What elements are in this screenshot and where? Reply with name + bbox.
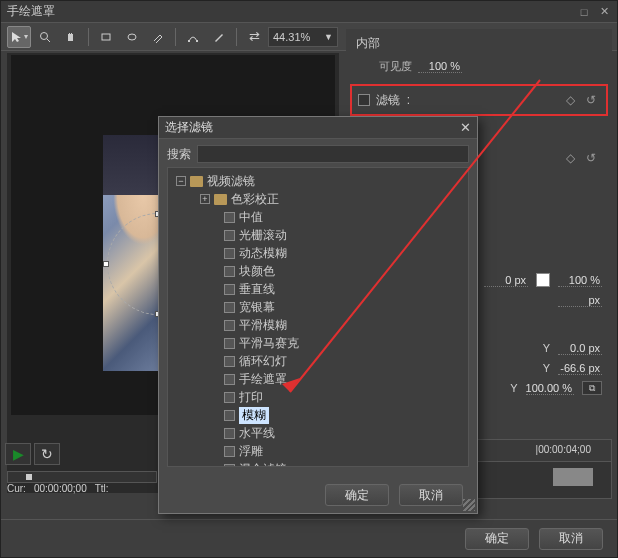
arrows-icon[interactable]: ⇄ [242, 26, 266, 48]
reset-icon[interactable]: ↺ [586, 93, 600, 107]
filter-icon [224, 374, 235, 385]
ok-button[interactable]: 确定 [465, 528, 529, 550]
svg-point-0 [41, 32, 48, 39]
cancel-button[interactable]: 取消 [399, 484, 463, 506]
tree-label: 视频滤镜 [207, 173, 255, 190]
pen-tool[interactable] [146, 26, 170, 48]
tree-item[interactable]: 混合滤镜 [168, 460, 468, 467]
dialog-search-row: 搜索 [159, 139, 477, 169]
cancel-button[interactable]: 取消 [539, 528, 603, 550]
expand-icon[interactable]: + [200, 194, 210, 204]
svg-rect-2 [102, 34, 110, 40]
tree-item-label: 垂直线 [239, 281, 275, 298]
tree-item-label: 混合滤镜 [239, 461, 287, 468]
ellipse-tool[interactable] [120, 26, 144, 48]
keyframe-icon[interactable]: ◇ [566, 93, 580, 107]
cur-value: 00:00:00;00 [34, 483, 87, 494]
folder-icon [190, 176, 203, 187]
tree-item-label: 浮雕 [239, 443, 263, 460]
timeline-mark: |00:00:04;00 [536, 444, 591, 455]
ok-button[interactable]: 确定 [325, 484, 389, 506]
filter-checkbox[interactable] [358, 94, 370, 106]
filter-icon [224, 284, 235, 295]
window-title: 手绘遮罩 [7, 3, 55, 20]
tree-item[interactable]: 循环幻灯 [168, 352, 468, 370]
tree-item[interactable]: 模糊 [168, 406, 468, 424]
y-label: Y [510, 382, 517, 394]
reset-icon[interactable]: ↺ [586, 151, 600, 165]
close-icon[interactable]: ✕ [597, 5, 611, 19]
loop-button[interactable]: ↻ [34, 443, 60, 465]
y1-value[interactable]: -66.6 px [558, 362, 602, 375]
tree-item[interactable]: 动态模糊 [168, 244, 468, 262]
tree-item[interactable]: 平滑马赛克 [168, 334, 468, 352]
search-input[interactable] [197, 145, 469, 163]
px0-value[interactable]: 0 px [484, 274, 528, 287]
tree-item[interactable]: 平滑模糊 [168, 316, 468, 334]
rect-tool[interactable] [94, 26, 118, 48]
tree-item-label: 手绘遮罩 [239, 371, 287, 388]
filter-icon [224, 428, 235, 439]
tree-item[interactable]: 光栅滚动 [168, 226, 468, 244]
filter-icon [224, 338, 235, 349]
pointer-tool[interactable]: ▾ [7, 26, 31, 48]
visibility-value[interactable]: 100 % [418, 60, 462, 73]
tree-item[interactable]: 垂直线 [168, 280, 468, 298]
filter-tree[interactable]: − 视频滤镜 + 色彩校正 中值光栅滚动动态模糊块颜色垂直线宽银幕平滑模糊平滑马… [167, 167, 469, 467]
collapse-icon[interactable]: − [176, 176, 186, 186]
pct-value[interactable]: 100 % [558, 274, 602, 287]
lock-icon[interactable]: ⧉ [582, 381, 602, 395]
tree-label: 色彩校正 [231, 191, 279, 208]
zoom-combo[interactable]: 44.31% ▼ [268, 27, 338, 47]
tree-item[interactable]: 浮雕 [168, 442, 468, 460]
path-edit-tool[interactable] [181, 26, 205, 48]
pencil-tool[interactable] [207, 26, 231, 48]
play-button[interactable]: ▶ [5, 443, 31, 465]
dialog-footer: 确定 取消 [159, 477, 477, 513]
tree-root[interactable]: − 视频滤镜 [168, 172, 468, 190]
filter-icon [224, 446, 235, 457]
timeline-clip[interactable] [553, 468, 593, 486]
timecode: Cur: 00:00:00;00 Ttl: [7, 483, 109, 494]
color-swatch[interactable] [536, 273, 550, 287]
filter-icon [224, 248, 235, 259]
scrubber[interactable] [7, 471, 157, 483]
magnifier-tool[interactable] [33, 26, 57, 48]
filter-icon [224, 356, 235, 367]
tree-item-label: 平滑马赛克 [239, 335, 299, 352]
tree-item[interactable]: 水平线 [168, 424, 468, 442]
tree-item[interactable]: 块颜色 [168, 262, 468, 280]
tree-item[interactable]: 宽银幕 [168, 298, 468, 316]
y0-value[interactable]: 0.0 px [558, 342, 602, 355]
filter-label: 滤镜 : [376, 92, 560, 109]
hand-tool[interactable] [59, 26, 83, 48]
svg-rect-4 [188, 40, 190, 42]
cur-label: Cur: [7, 483, 26, 494]
tree-item[interactable]: 打印 [168, 388, 468, 406]
divider [88, 28, 89, 46]
y-label: Y [543, 362, 550, 374]
close-icon[interactable]: ✕ [460, 120, 471, 135]
resize-grip[interactable] [463, 499, 475, 511]
select-filter-dialog: 选择滤镜 ✕ 搜索 − 视频滤镜 + 色彩校正 中值光栅滚动动态模糊块颜色垂直线… [158, 116, 478, 514]
chevron-down-icon: ▼ [324, 32, 333, 42]
tree-item-label: 中值 [239, 209, 263, 226]
filter-icon [224, 302, 235, 313]
footer: 确定 取消 [1, 519, 617, 557]
filter-icon [224, 266, 235, 277]
divider [175, 28, 176, 46]
playback-controls: ▶ ↻ [5, 439, 155, 469]
titlebar: 手绘遮罩 □ ✕ [1, 1, 617, 23]
filter-icon [224, 320, 235, 331]
tree-item-label: 水平线 [239, 425, 275, 442]
section-title: 内部 [356, 35, 602, 52]
tree-group[interactable]: + 色彩校正 [168, 190, 468, 208]
tree-item[interactable]: 手绘遮罩 [168, 370, 468, 388]
tree-item[interactable]: 中值 [168, 208, 468, 226]
mask-handle[interactable] [103, 261, 109, 267]
keyframe-icon[interactable]: ◇ [566, 151, 580, 165]
filter-icon [224, 410, 235, 421]
y2-value[interactable]: 100.00 % [526, 382, 574, 395]
px1-value[interactable]: px [558, 294, 602, 307]
maximize-icon[interactable]: □ [577, 5, 591, 19]
